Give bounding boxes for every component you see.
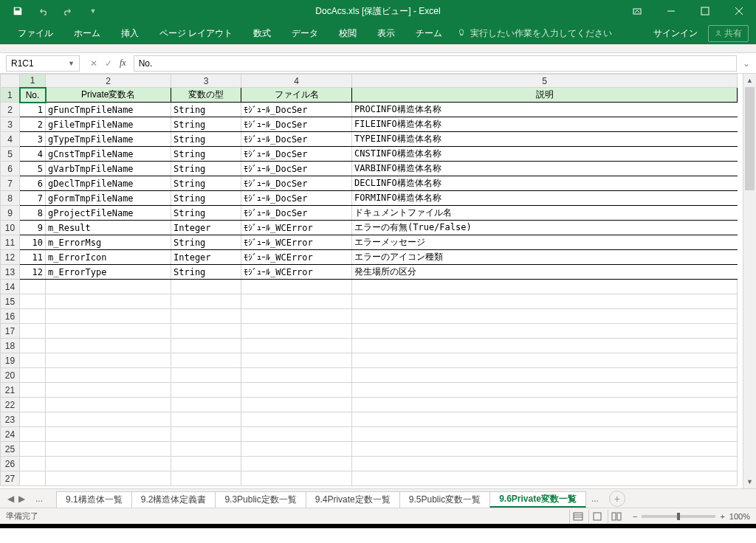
cell[interactable]: ﾓｼﾞｭｰﾙ_DocSer <box>241 162 352 176</box>
cell[interactable] <box>241 324 352 339</box>
cell[interactable] <box>171 442 241 457</box>
cell[interactable]: TYPEINFO構造体名称 <box>352 132 738 147</box>
col-header[interactable]: 5 <box>352 75 738 88</box>
cell[interactable]: ﾓｼﾞｭｰﾙ_DocSer <box>241 132 352 147</box>
view-normal-icon[interactable] <box>569 510 587 523</box>
header-cell[interactable]: ファイル名 <box>241 88 352 103</box>
cancel-formula-icon[interactable]: ✕ <box>90 58 97 69</box>
ribbon-tab[interactable]: チーム <box>405 22 453 44</box>
select-all-corner[interactable] <box>1 75 20 88</box>
cell[interactable]: VARBINFO構造体名称 <box>352 162 738 176</box>
cell[interactable]: String <box>171 117 241 132</box>
cell[interactable] <box>352 457 738 471</box>
ribbon-tab[interactable]: 挿入 <box>111 22 149 44</box>
close-icon[interactable] <box>722 0 756 22</box>
cell[interactable] <box>20 324 46 339</box>
header-cell[interactable]: No. <box>20 88 46 103</box>
row-header[interactable]: 11 <box>1 235 20 250</box>
cell[interactable]: String <box>171 265 241 280</box>
cell[interactable] <box>352 294 738 309</box>
cell[interactable]: gProjectFileName <box>46 206 171 221</box>
row-header[interactable]: 3 <box>1 117 20 132</box>
sheet-tab[interactable]: 9.5Public変数一覧 <box>399 491 490 508</box>
cell[interactable]: FILEINFO構造体名称 <box>352 117 738 132</box>
minimize-icon[interactable] <box>654 0 688 22</box>
cell[interactable]: String <box>171 191 241 206</box>
cell[interactable] <box>352 471 738 486</box>
cell[interactable] <box>20 383 46 398</box>
cell[interactable] <box>352 412 738 427</box>
cell[interactable]: ﾓｼﾞｭｰﾙ_DocSer <box>241 147 352 162</box>
cell[interactable]: ﾓｼﾞｭｰﾙ_DocSer <box>241 206 352 221</box>
row-header[interactable]: 17 <box>1 324 20 339</box>
cell[interactable] <box>20 427 46 442</box>
row-header[interactable]: 18 <box>1 339 20 353</box>
cell[interactable]: ﾓｼﾞｭｰﾙ_DocSer <box>241 191 352 206</box>
cell[interactable]: m_Result <box>46 221 171 235</box>
cell[interactable] <box>241 471 352 486</box>
cell[interactable]: gFormTmpFileName <box>46 191 171 206</box>
cell[interactable] <box>241 398 352 412</box>
cell[interactable] <box>171 309 241 324</box>
cell[interactable]: エラーの有無(True/False) <box>352 221 738 235</box>
cell[interactable]: String <box>171 235 241 250</box>
cell[interactable] <box>171 398 241 412</box>
cell[interactable] <box>352 442 738 457</box>
ribbon-tab[interactable]: 数式 <box>243 22 281 44</box>
row-header[interactable]: 4 <box>1 132 20 147</box>
cell[interactable]: Integer <box>171 221 241 235</box>
cell[interactable]: String <box>171 103 241 117</box>
cell[interactable] <box>171 339 241 353</box>
col-header[interactable]: 2 <box>46 75 171 88</box>
cell[interactable]: 10 <box>20 235 46 250</box>
cell[interactable] <box>241 280 352 294</box>
row-header[interactable]: 7 <box>1 176 20 191</box>
cell[interactable]: 7 <box>20 191 46 206</box>
cell[interactable] <box>46 383 171 398</box>
maximize-icon[interactable] <box>688 0 722 22</box>
cell[interactable] <box>46 368 171 383</box>
cell[interactable] <box>20 412 46 427</box>
cell[interactable]: m_ErrorMsg <box>46 235 171 250</box>
cell[interactable] <box>20 353 46 368</box>
row-header[interactable]: 19 <box>1 353 20 368</box>
row-header[interactable]: 2 <box>1 103 20 117</box>
cell[interactable] <box>352 280 738 294</box>
cell[interactable]: ﾓｼﾞｭｰﾙ_WCError <box>241 221 352 235</box>
cell[interactable] <box>352 324 738 339</box>
view-layout-icon[interactable] <box>588 510 606 523</box>
undo-icon[interactable] <box>31 2 55 20</box>
ribbon-tab[interactable]: ホーム <box>63 22 111 44</box>
cell[interactable] <box>352 383 738 398</box>
cell[interactable] <box>171 280 241 294</box>
cell[interactable] <box>352 309 738 324</box>
cell[interactable]: gFileTmpFileName <box>46 117 171 132</box>
cell[interactable] <box>241 294 352 309</box>
sheet-more-left[interactable]: ... <box>30 494 49 504</box>
cell[interactable] <box>352 353 738 368</box>
sheet-tab[interactable]: 9.1構造体一覧 <box>56 491 132 508</box>
cell[interactable] <box>241 412 352 427</box>
cell[interactable] <box>20 368 46 383</box>
zoom-value[interactable]: 100% <box>729 512 750 521</box>
cell[interactable]: m_ErrorType <box>46 265 171 280</box>
view-pagebreak-icon[interactable] <box>608 510 625 523</box>
cell[interactable]: String <box>171 132 241 147</box>
cell[interactable]: 8 <box>20 206 46 221</box>
cell[interactable]: String <box>171 206 241 221</box>
cell[interactable]: 4 <box>20 147 46 162</box>
cell[interactable]: エラーメッセージ <box>352 235 738 250</box>
cell[interactable]: ﾓｼﾞｭｰﾙ_WCError <box>241 250 352 265</box>
cell[interactable] <box>46 294 171 309</box>
tell-me[interactable]: 実行したい作業を入力してください <box>457 27 612 40</box>
row-header[interactable]: 14 <box>1 280 20 294</box>
ribbon-tab[interactable]: 校閲 <box>329 22 367 44</box>
spreadsheet-grid[interactable]: 123451No.Private変数名変数の型ファイル名説明21gFuncTmp… <box>0 74 738 486</box>
cell[interactable] <box>241 368 352 383</box>
ribbon-options-icon[interactable] <box>620 0 654 22</box>
cell[interactable] <box>46 427 171 442</box>
cell[interactable]: gCnstTmpFileName <box>46 147 171 162</box>
cell[interactable] <box>241 427 352 442</box>
cell[interactable]: ﾓｼﾞｭｰﾙ_WCError <box>241 235 352 250</box>
row-header[interactable]: 6 <box>1 162 20 176</box>
